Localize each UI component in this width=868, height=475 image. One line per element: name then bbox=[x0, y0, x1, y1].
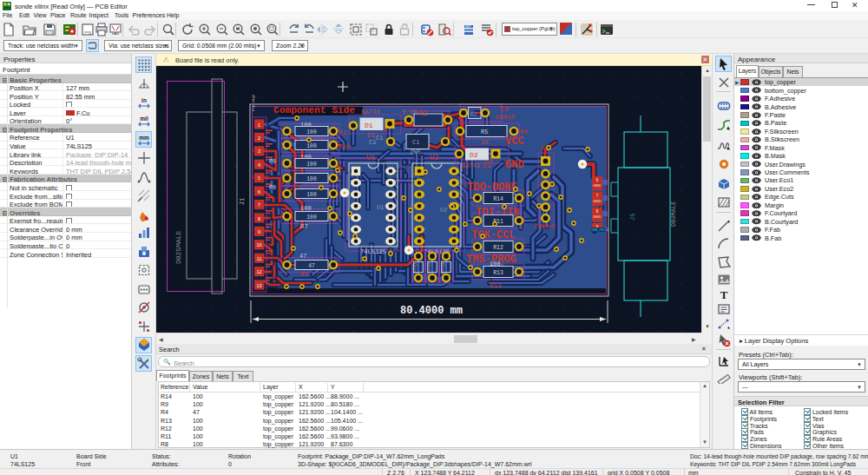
svg-text:12: 12 bbox=[256, 269, 261, 274]
svg-text:11: 11 bbox=[257, 256, 262, 261]
svg-text:5.1K: 5.1K bbox=[402, 109, 418, 115]
svg-text:80.4000 mm: 80.4000 mm bbox=[400, 305, 463, 317]
svg-text:9: 9 bbox=[258, 229, 260, 234]
svg-text:1K: 1K bbox=[481, 139, 490, 146]
svg-text:1UF: 1UF bbox=[410, 148, 421, 155]
svg-text:100: 100 bbox=[306, 129, 317, 135]
svg-text:P0: P0 bbox=[269, 159, 276, 165]
svg-text:R14: R14 bbox=[493, 196, 503, 202]
svg-text:R10: R10 bbox=[339, 143, 351, 150]
svg-text:74LS125: 74LS125 bbox=[360, 248, 386, 255]
svg-text:NET: NET bbox=[465, 25, 471, 29]
svg-text:T: T bbox=[720, 288, 727, 301]
svg-text:U1: U1 bbox=[377, 204, 384, 211]
svg-text:100: 100 bbox=[300, 205, 312, 212]
svg-text:J1: J1 bbox=[240, 198, 246, 205]
svg-text:U2: U2 bbox=[430, 154, 438, 162]
svg-text:U1: U1 bbox=[366, 154, 375, 162]
svg-text:R7: R7 bbox=[300, 223, 308, 230]
svg-text:R5: R5 bbox=[520, 128, 529, 135]
svg-text:J5: J5 bbox=[629, 214, 636, 221]
svg-text:TCK-CCL: TCK-CCL bbox=[471, 229, 515, 241]
svg-text:C1: C1 bbox=[412, 139, 419, 146]
svg-text:R1: R1 bbox=[339, 129, 347, 136]
svg-text:GND: GND bbox=[505, 159, 524, 171]
svg-text:R13: R13 bbox=[493, 270, 503, 276]
svg-text:100: 100 bbox=[300, 122, 312, 129]
svg-text:D1: D1 bbox=[367, 132, 376, 139]
svg-text:100: 100 bbox=[490, 261, 501, 267]
svg-text:100: 100 bbox=[306, 162, 317, 168]
svg-text:PCB edge: PCB edge bbox=[252, 94, 255, 111]
svg-text:Component Side: Component Side bbox=[273, 105, 355, 115]
svg-text:GND: GND bbox=[593, 183, 601, 188]
svg-text:100pF: 100pF bbox=[426, 260, 432, 274]
svg-text:P0: P0 bbox=[269, 185, 276, 191]
svg-text:CONN-6: CONN-6 bbox=[535, 224, 556, 230]
svg-text:100: 100 bbox=[306, 143, 317, 149]
svg-text:R12: R12 bbox=[493, 245, 503, 251]
svg-text:100pF: 100pF bbox=[495, 113, 516, 121]
svg-text:100: 100 bbox=[306, 192, 317, 198]
svg-text:1: 1 bbox=[258, 122, 260, 128]
svg-text:13: 13 bbox=[256, 283, 261, 288]
svg-text:DB25MALE: DB25MALE bbox=[174, 230, 182, 264]
svg-text:U2: U2 bbox=[440, 207, 447, 214]
svg-text:BAT46: BAT46 bbox=[362, 109, 380, 115]
svg-text:8: 8 bbox=[258, 216, 260, 221]
svg-text:R13: R13 bbox=[490, 282, 502, 289]
svg-text:47: 47 bbox=[308, 263, 315, 269]
svg-text:mil: mil bbox=[140, 115, 148, 122]
svg-text:10: 10 bbox=[256, 242, 261, 247]
svg-text:R5: R5 bbox=[481, 129, 488, 135]
svg-text:VCC: VCC bbox=[505, 135, 524, 148]
svg-text:CLK-O1: CLK-O1 bbox=[252, 148, 266, 153]
svg-text:GND: GND bbox=[593, 214, 601, 219]
svg-text:100: 100 bbox=[306, 176, 317, 182]
svg-text:mm: mm bbox=[139, 135, 149, 141]
svg-text:47: 47 bbox=[299, 253, 306, 260]
svg-text:4: 4 bbox=[258, 162, 260, 168]
svg-text:TDO-DONE: TDO-DONE bbox=[467, 181, 517, 194]
svg-text:D1: D1 bbox=[365, 122, 373, 129]
svg-text:CTRL-O1: CTRL-O1 bbox=[252, 175, 269, 180]
svg-text:100: 100 bbox=[306, 214, 317, 221]
svg-text:6: 6 bbox=[258, 189, 260, 195]
svg-text:C1: C1 bbox=[376, 135, 383, 142]
svg-text:BAT46: BAT46 bbox=[462, 162, 480, 169]
svg-text:R4: R4 bbox=[300, 271, 309, 278]
svg-text:DB9MALE: DB9MALE bbox=[670, 201, 677, 227]
svg-text:100pF: 100pF bbox=[412, 260, 418, 274]
svg-text:100: 100 bbox=[300, 154, 312, 161]
svg-text:C3: C3 bbox=[470, 111, 477, 117]
svg-text:R2: R2 bbox=[418, 109, 427, 118]
svg-text:GND: GND bbox=[593, 199, 601, 203]
svg-text:7: 7 bbox=[258, 202, 260, 208]
svg-text:D2: D2 bbox=[470, 151, 478, 159]
svg-text:2: 2 bbox=[258, 135, 260, 141]
svg-text:in: in bbox=[141, 97, 147, 103]
svg-text:100pF: 100pF bbox=[440, 260, 446, 274]
